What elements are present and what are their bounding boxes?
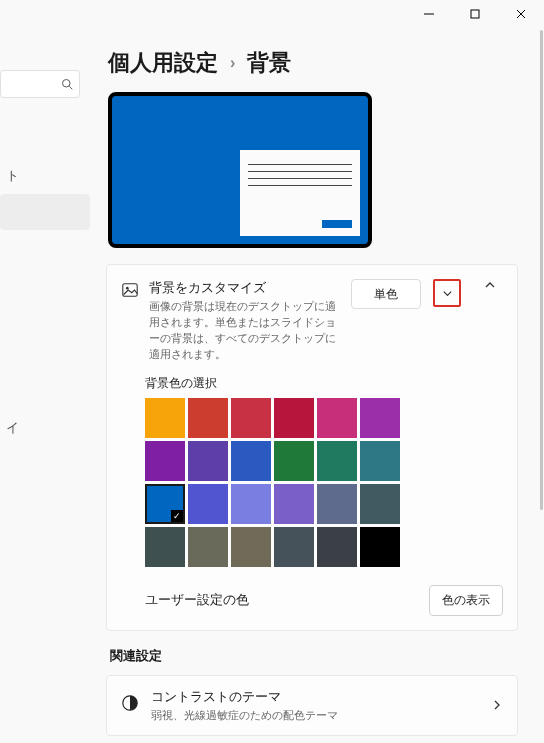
sidebar-item[interactable]: ト — [0, 158, 90, 194]
contrast-theme-item[interactable]: コントラストのテーマ 弱視、光線過敏症のための配色テーマ — [106, 675, 518, 736]
color-palette-section: 背景色の選択 ✓ ユーザー設定の色 色の表示 — [121, 375, 503, 616]
svg-point-4 — [63, 80, 71, 88]
color-swatch[interactable] — [317, 484, 357, 524]
color-swatch[interactable] — [231, 484, 271, 524]
color-swatch[interactable] — [360, 484, 400, 524]
maximize-button[interactable] — [452, 0, 498, 28]
customize-title: 背景をカスタマイズ — [149, 279, 341, 297]
color-swatch[interactable] — [317, 441, 357, 481]
sidebar: ト イ — [0, 30, 90, 743]
scrollbar[interactable] — [540, 30, 543, 510]
color-swatch[interactable] — [274, 398, 314, 438]
picture-icon — [121, 281, 139, 303]
chevron-up-icon — [484, 279, 496, 291]
color-swatch[interactable] — [317, 398, 357, 438]
related-section-title: 関連設定 — [110, 647, 526, 665]
sidebar-item[interactable]: イ — [0, 410, 90, 446]
color-swatch[interactable] — [145, 527, 185, 567]
color-swatch[interactable] — [317, 527, 357, 567]
color-swatch[interactable] — [188, 441, 228, 481]
color-palette: ✓ — [145, 398, 441, 567]
dropdown-chevron-highlighted[interactable] — [433, 279, 461, 307]
chevron-down-icon — [442, 288, 453, 299]
user-color-label: ユーザー設定の色 — [145, 591, 249, 609]
color-swatch[interactable] — [274, 441, 314, 481]
search-icon — [61, 78, 73, 90]
svg-rect-1 — [471, 10, 479, 18]
svg-line-5 — [69, 86, 72, 89]
color-swatch[interactable] — [145, 398, 185, 438]
main-panel: 個人用設定 › 背景 背景をカスタマイズ 画像の背景は現在のデスクトップに適用さ… — [90, 30, 544, 743]
close-button[interactable] — [498, 0, 544, 28]
check-icon: ✓ — [171, 510, 183, 522]
chevron-right-icon — [491, 699, 503, 711]
color-swatch[interactable] — [274, 527, 314, 567]
svg-point-7 — [126, 287, 129, 290]
minimize-button[interactable] — [406, 0, 452, 28]
background-preview — [108, 92, 372, 248]
contrast-desc: 弱視、光線過敏症のための配色テーマ — [151, 708, 479, 723]
sidebar-item-selected[interactable] — [0, 194, 90, 230]
contrast-title: コントラストのテーマ — [151, 688, 479, 706]
customize-background-card: 背景をカスタマイズ 画像の背景は現在のデスクトップに適用されます。単色またはスラ… — [106, 264, 518, 631]
titlebar — [0, 0, 544, 30]
background-type-dropdown[interactable]: 単色 — [351, 279, 421, 309]
color-swatch[interactable]: ✓ — [145, 484, 185, 524]
page-title: 背景 — [247, 48, 291, 78]
preview-window — [240, 150, 360, 236]
color-swatch[interactable] — [145, 441, 185, 481]
show-colors-button[interactable]: 色の表示 — [429, 585, 503, 616]
palette-title: 背景色の選択 — [145, 375, 503, 392]
customize-desc: 画像の背景は現在のデスクトップに適用されます。単色またはスライドショーの背景は、… — [149, 299, 341, 363]
chevron-right-icon: › — [230, 54, 235, 72]
breadcrumb-parent[interactable]: 個人用設定 — [108, 48, 218, 78]
color-swatch[interactable] — [360, 398, 400, 438]
breadcrumb: 個人用設定 › 背景 — [108, 48, 526, 78]
color-swatch[interactable] — [188, 398, 228, 438]
color-swatch[interactable] — [188, 527, 228, 567]
color-swatch[interactable] — [274, 484, 314, 524]
expand-toggle[interactable] — [477, 279, 503, 291]
color-swatch[interactable] — [188, 484, 228, 524]
search-input[interactable] — [0, 70, 80, 98]
contrast-icon — [121, 694, 139, 716]
color-swatch[interactable] — [231, 398, 271, 438]
color-swatch[interactable] — [231, 441, 271, 481]
color-swatch[interactable] — [360, 527, 400, 567]
color-swatch[interactable] — [231, 527, 271, 567]
color-swatch[interactable] — [360, 441, 400, 481]
